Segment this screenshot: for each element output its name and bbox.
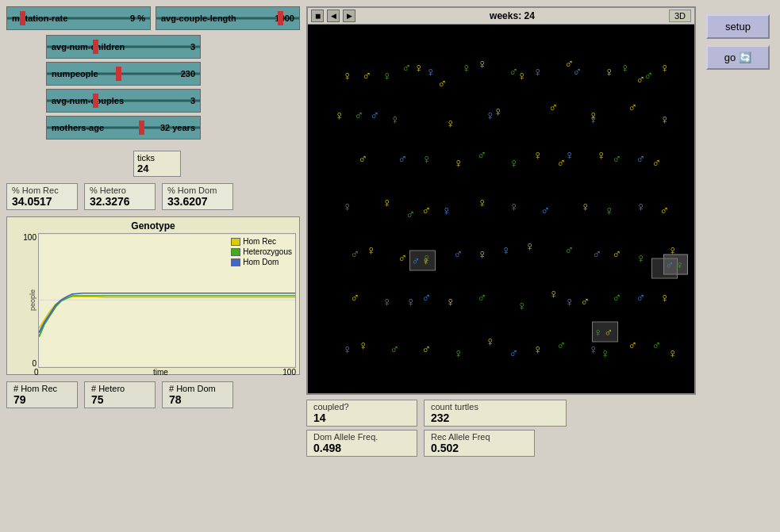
svg-text:♂: ♂ (605, 326, 613, 339)
svg-text:♂: ♂ (351, 247, 360, 261)
svg-text:♀: ♀ (594, 326, 603, 339)
hetero-label: % Hetero (90, 186, 150, 195)
svg-text:♀: ♀ (533, 343, 543, 356)
svg-text:♀: ♀ (533, 148, 543, 162)
svg-text:♂: ♂ (478, 148, 487, 162)
svg-text:♀: ♀ (343, 343, 352, 356)
svg-text:♀: ♀ (549, 287, 559, 300)
svg-text:♂: ♂ (652, 339, 662, 352)
svg-text:♀: ♀ (517, 299, 527, 312)
avg-num-couples-label: avg-num-couples (52, 96, 124, 105)
world-3d-button[interactable]: 3D (669, 10, 691, 22)
chart-area: 100 people 0 (10, 233, 296, 368)
svg-text:♀: ♀ (581, 200, 590, 213)
svg-text:♂: ♂ (573, 65, 582, 78)
svg-text:♀: ♀ (486, 335, 495, 348)
svg-text:♀: ♀ (382, 295, 392, 308)
hetero-legend-label: Heterozygous (243, 247, 292, 256)
svg-text:♀: ♀ (422, 152, 432, 166)
avg-num-children-slider[interactable]: avg-num-children 3 (46, 35, 201, 59)
mutation-rate-slider[interactable]: mutation-rate 9 % (6, 6, 151, 30)
go-label: go (724, 52, 736, 63)
chart-y-min: 0 (32, 359, 37, 368)
svg-text:♂: ♂ (581, 295, 590, 308)
svg-text:♂: ♂ (628, 101, 638, 114)
svg-text:♂: ♂ (422, 343, 432, 356)
svg-text:♀: ♀ (426, 65, 436, 78)
hetero-count-label: # Hetero (91, 384, 148, 393)
mothers-age-slider[interactable]: mothers-age 32 years (46, 116, 201, 140)
svg-text:♀: ♀ (636, 251, 646, 265)
hom-dom-legend-label: Hom Dom (243, 258, 279, 266)
mutation-rate-value: 9 % (130, 13, 145, 23)
svg-text:♀: ♀ (478, 196, 487, 209)
top-sliders-row: mutation-rate 9 % avg-couple-length 1000 (6, 6, 300, 30)
x-max: 100 (282, 368, 296, 377)
svg-text:♀: ♀ (486, 109, 495, 122)
numpeople-label: numpeople (52, 69, 98, 78)
avg-num-couples-thumb[interactable] (93, 94, 98, 108)
hom-dom-legend-color (231, 258, 240, 266)
count-turtles-label: count turtles (431, 402, 559, 411)
svg-text:♂: ♂ (454, 247, 463, 261)
svg-text:♂: ♂ (398, 152, 408, 166)
svg-text:♀: ♀ (589, 343, 598, 356)
hetero-count: # Hetero 75 (84, 381, 156, 408)
svg-text:♂: ♂ (422, 204, 432, 217)
bottom-counts: # Hom Rec 79 # Hetero 75 # Hom Dom 78 (6, 381, 300, 408)
mothers-age-label: mothers-age (52, 123, 104, 132)
svg-text:♀: ♀ (382, 69, 392, 82)
svg-text:♀: ♀ (525, 239, 535, 253)
svg-text:♀: ♀ (509, 200, 519, 213)
svg-text:♀: ♀ (406, 295, 416, 308)
hom-dom-value: 33.6207 (167, 195, 228, 208)
svg-text:♀: ♀ (454, 156, 463, 170)
svg-text:♂: ♂ (644, 69, 654, 82)
world-weeks-label: weeks: 24 (359, 10, 666, 21)
avg-couple-length-label: avg-couple-length (161, 13, 236, 23)
stats-row: % Hom Rec 34.0517 % Hetero 32.3276 % Hom… (6, 183, 300, 210)
hom-rec-count-value: 79 (13, 393, 71, 406)
legend-hetero: Heterozygous (231, 247, 292, 256)
svg-text:♀: ♀ (478, 247, 487, 261)
go-button[interactable]: go 🔄 (706, 45, 770, 70)
right-panel: setup go 🔄 (702, 6, 774, 526)
svg-text:♀: ♀ (446, 117, 455, 130)
mothers-age-thumb[interactable] (139, 121, 144, 135)
numpeople-slider[interactable]: numpeople 230 (46, 62, 201, 86)
numpeople-thumb[interactable] (116, 67, 121, 81)
avg-num-couples-value: 3 (190, 96, 195, 105)
count-turtles-metric: count turtles 232 (424, 400, 567, 427)
rec-allele-value: 0.502 (431, 442, 528, 454)
avg-couple-length-thumb[interactable] (278, 11, 283, 25)
svg-text:♀: ♀ (589, 113, 598, 126)
coupled-label: coupled? (313, 402, 410, 411)
hetero-value: 32.3276 (90, 195, 150, 208)
svg-text:♀: ♀ (446, 295, 455, 308)
avg-couple-length-slider[interactable]: avg-couple-length 1000 (156, 6, 300, 30)
svg-text:♂: ♂ (636, 291, 646, 304)
mutation-rate-thumb[interactable] (20, 11, 25, 25)
avg-num-children-thumb[interactable] (93, 40, 98, 54)
hom-rec-count-label: # Hom Rec (13, 384, 71, 393)
svg-text:♂: ♂ (613, 152, 622, 166)
toolbar-left-btn[interactable]: ◀ (327, 10, 340, 22)
svg-text:♂: ♂ (636, 152, 646, 166)
avg-num-couples-slider[interactable]: avg-num-couples 3 (46, 89, 201, 113)
setup-button[interactable]: setup (706, 14, 770, 39)
ticks-display: ticks 24 (133, 151, 181, 177)
hom-rec-stat: % Hom Rec 34.0517 (6, 183, 78, 210)
svg-text:♂: ♂ (565, 243, 574, 257)
avg-num-children-label: avg-num-children (52, 42, 125, 52)
svg-rect-3 (319, 25, 684, 389)
chart-plot: Hom Rec Heterozygous Hom Dom (38, 233, 296, 368)
svg-text:♂: ♂ (363, 69, 372, 82)
svg-text:♂: ♂ (509, 65, 519, 78)
mothers-age-value: 32 years (160, 123, 195, 132)
svg-text:♀: ♀ (660, 113, 670, 126)
chart-legend: Hom Rec Heterozygous Hom Dom (231, 237, 292, 268)
chart-x-labels: 0 time 100 (10, 368, 296, 377)
coupled-metric: coupled? 14 (306, 400, 417, 427)
toolbar-reset-btn[interactable]: ◼ (311, 10, 324, 22)
toolbar-right-btn[interactable]: ▶ (343, 10, 355, 22)
